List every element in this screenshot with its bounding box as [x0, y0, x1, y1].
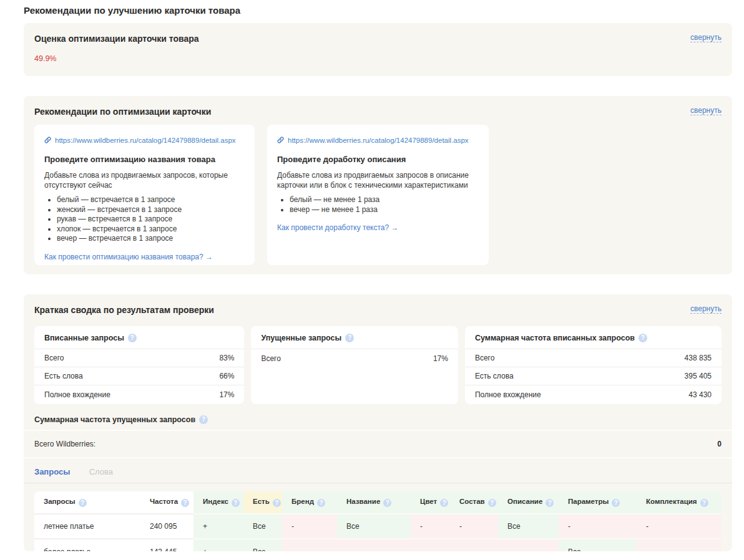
missed-frequency-section: Суммарная частота упущенных запросов ?: [34, 415, 722, 424]
mini-table-title: Упущенные запросы: [261, 334, 341, 342]
recommendation-heading: Проведите доработку описания: [277, 155, 479, 164]
help-icon[interactable]: ?: [317, 499, 325, 507]
link-icon: [44, 135, 51, 146]
row-label: Всего: [475, 354, 494, 362]
help-icon[interactable]: ?: [128, 334, 137, 342]
bullet-item: женский — встречается в 1 запросе: [57, 205, 245, 214]
mini-table-written-queries: Вписанные запросы ? Всего 83% Есть слова…: [34, 326, 244, 404]
qtable-cell-query: белое платье: [34, 539, 140, 551]
row-label: Есть слова: [475, 372, 514, 380]
qtable-cell-package: -: [637, 514, 722, 539]
mini-table-row: Есть слова 66%: [34, 367, 244, 385]
qtable-cell-composition: -: [450, 514, 498, 539]
row-value: 43 430: [688, 390, 712, 399]
product-url-row: https://www.wildberries.ru/catalog/14247…: [44, 135, 245, 146]
qtable-cell-name: -: [337, 539, 411, 551]
collapse-link-summary[interactable]: свернуть: [690, 304, 722, 314]
help-icon[interactable]: ?: [612, 499, 620, 507]
recommendation-card-name-optimization: https://www.wildberries.ru/catalog/14247…: [34, 125, 255, 265]
row-label: Полное вхождение: [475, 390, 541, 399]
page: Рекомендации по улучшению карточки товар…: [0, 0, 744, 551]
qtable-header-cell: Индекс?: [193, 491, 243, 514]
bullet-item: вечер — встречается в 1 запросе: [57, 234, 245, 243]
help-icon[interactable]: ?: [232, 499, 240, 507]
recommendation-description: Добавьте слова из продвигаемых запросов …: [277, 170, 479, 190]
link-icon: [277, 135, 284, 146]
qtable-cell-index: +: [193, 539, 243, 551]
help-icon[interactable]: ?: [181, 499, 189, 507]
bullet-item: рукав — встречается в 1 запросе: [57, 215, 245, 223]
qtable-cell-brand: -: [282, 539, 337, 551]
product-url-link[interactable]: https://www.wildberries.ru/catalog/14247…: [55, 137, 236, 144]
help-icon[interactable]: ?: [440, 499, 448, 507]
help-icon[interactable]: ?: [639, 334, 647, 342]
help-icon[interactable]: ?: [700, 499, 708, 507]
help-icon[interactable]: ?: [79, 499, 87, 507]
recommendations-title: Рекомендации по оптимизации карточки: [34, 107, 722, 117]
mini-table-title: Суммарная частота вписанных запросов: [475, 334, 635, 342]
page-title: Рекомендации по улучшению карточки товар…: [24, 5, 732, 16]
tab-words[interactable]: Слова: [89, 467, 113, 476]
summary-card: свернуть Краткая сводка по результатам п…: [24, 294, 732, 551]
qtable-cell-query: летнее платье: [34, 514, 140, 539]
mini-table-row: Всего 438 835: [465, 349, 722, 367]
how-to-improve-text-link[interactable]: Как провести доработку текста? →: [277, 223, 399, 232]
qtable-header-cell: Комплектация?: [637, 491, 722, 514]
mini-table-row: Полное вхождение 43 430: [465, 385, 722, 403]
qtable-header-cell: Состав?: [450, 491, 498, 514]
recommendation-heading: Проведите оптимизацию названия товара: [44, 155, 245, 164]
qtable-cell-index: +: [193, 514, 243, 539]
qtable-cell-description: -: [498, 539, 559, 551]
help-icon[interactable]: ?: [273, 499, 281, 507]
help-icon[interactable]: ?: [546, 499, 554, 507]
help-icon[interactable]: ?: [488, 499, 496, 507]
qtable-cell-color: -: [411, 514, 450, 539]
bullet-item: белый — не менее 1 раза: [290, 195, 479, 204]
row-value: 438 835: [685, 354, 712, 362]
recommendation-bullet-list: белый — не менее 1 раза вечер — не менее…: [277, 195, 479, 214]
qtable-cell-frequency: 143 445: [140, 539, 193, 551]
row-value: 66%: [219, 372, 234, 380]
recommendation-bullet-list: белый — встречается в 1 запросе женский …: [44, 195, 245, 243]
mini-table-row: Всего 83%: [34, 349, 244, 367]
bullet-item: хлопок — встречается в 1 запросе: [57, 224, 245, 233]
row-value: 0: [717, 440, 722, 448]
qtable-cell-color: -: [411, 539, 450, 551]
score-value: 49.9%: [34, 54, 722, 63]
collapse-link-recommendations[interactable]: свернуть: [690, 106, 722, 115]
qtable-cell-parameters: -: [559, 514, 637, 539]
product-url-row: https://www.wildberries.ru/catalog/14247…: [277, 135, 479, 146]
qtable-header-cell: Запросы?: [34, 491, 140, 514]
mini-table-row: Всего 17%: [251, 349, 458, 367]
divider: [24, 457, 732, 458]
mini-table-row: Полное вхождение 17%: [34, 385, 244, 403]
collapse-link-score[interactable]: свернуть: [690, 33, 722, 42]
mini-table-written-frequency: Суммарная частота вписанных запросов ? В…: [465, 326, 722, 404]
queries-table-row: летнее платье 240 095 + Все - Все - - Вс…: [34, 514, 722, 539]
queries-table: Запросы? Частота? Индекс? Есть? Бренд? Н…: [34, 491, 722, 551]
product-url-link[interactable]: https://www.wildberries.ru/catalog/14247…: [288, 137, 469, 144]
qtable-header-cell: Есть?: [243, 491, 282, 514]
qtable-header-cell: Бренд?: [282, 491, 337, 514]
row-label: Всего Wildberries:: [34, 440, 95, 448]
missed-frequency-row: Всего Wildberries: 0: [24, 431, 732, 457]
qtable-cell-present: Все: [243, 514, 282, 539]
tab-queries[interactable]: Запросы: [34, 467, 70, 476]
recommendation-description: Добавьте слова из продвигаемых запросов,…: [44, 170, 245, 190]
qtable-cell-present: Все: [243, 539, 282, 551]
row-value: 17%: [219, 390, 234, 399]
qtable-cell-composition: -: [450, 539, 498, 551]
qtable-header-cell: Цвет?: [411, 491, 450, 514]
help-icon[interactable]: ?: [345, 334, 354, 342]
qtable-header-cell: Название?: [337, 491, 411, 514]
queries-table-wrap: Запросы? Частота? Индекс? Есть? Бренд? Н…: [34, 491, 722, 551]
help-icon[interactable]: ?: [199, 415, 208, 424]
qtable-cell-brand: -: [282, 514, 337, 539]
mini-table-row: Есть слова 395 405: [465, 367, 722, 385]
how-to-optimize-name-link[interactable]: Как провести оптимизацию названия товара…: [44, 253, 213, 261]
qtable-header-cell: Параметры?: [559, 491, 637, 514]
help-icon[interactable]: ?: [383, 499, 391, 507]
summary-mini-tables: Вписанные запросы ? Всего 83% Есть слова…: [34, 326, 722, 404]
recommendations-card: свернуть Рекомендации по оптимизации кар…: [24, 96, 732, 274]
qtable-cell-name: Все: [337, 514, 411, 539]
